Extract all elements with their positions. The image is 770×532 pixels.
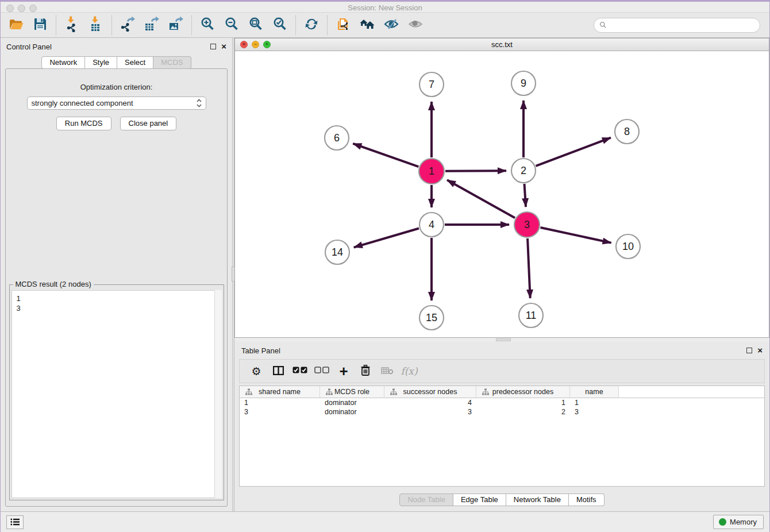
search-input[interactable]: [610, 21, 754, 29]
graph-node-6[interactable]: 6: [325, 126, 349, 150]
refresh-layout-button[interactable]: [299, 15, 324, 36]
float-panel-icon[interactable]: [746, 348, 752, 353]
node-label: 15: [426, 312, 437, 323]
zoom-selected-button[interactable]: [268, 15, 292, 36]
edge-1-6[interactable]: [353, 144, 418, 167]
table-cell[interactable]: dominator: [320, 398, 384, 407]
run-mcds-button[interactable]: Run MCDS: [56, 117, 111, 130]
graph-node-2[interactable]: 2: [511, 159, 536, 183]
settings-gear-button[interactable]: ⚙: [247, 361, 266, 381]
show-all-button[interactable]: [403, 15, 428, 36]
column-header-predecessor-nodes[interactable]: predecessor nodes: [476, 386, 570, 398]
tab-network-table[interactable]: Network Table: [506, 494, 569, 506]
network-window-title: scc.txt: [235, 40, 769, 49]
network-canvas[interactable]: 7968124314101511: [235, 52, 769, 337]
export-table-icon: [144, 16, 160, 34]
column-header-name[interactable]: name: [570, 386, 619, 398]
graph-node-8[interactable]: 8: [615, 119, 639, 144]
search-field[interactable]: [594, 18, 760, 33]
combo-stepper-icon: [197, 99, 202, 107]
close-panel-button[interactable]: Close panel: [120, 117, 177, 130]
table-panel: Table Panel × ⚙+f(x) shared nameMCDS rol…: [234, 342, 769, 511]
import-table-button[interactable]: [84, 15, 108, 36]
graph-node-7[interactable]: 7: [419, 72, 444, 97]
tab-network[interactable]: Network: [41, 56, 85, 69]
splitter-handle[interactable]: [496, 338, 511, 341]
graph-node-10[interactable]: 10: [616, 234, 640, 259]
mcds-result-textarea[interactable]: 13: [11, 290, 222, 498]
tab-style[interactable]: Style: [85, 56, 117, 69]
table-cell[interactable]: 3: [570, 407, 619, 417]
zoom-fit-button[interactable]: [244, 15, 268, 36]
panel-splitter-horizontal[interactable]: [234, 338, 769, 342]
close-panel-icon[interactable]: ×: [757, 348, 763, 353]
graph-node-1[interactable]: 1: [419, 159, 444, 184]
save-session-button[interactable]: [28, 15, 52, 36]
add-column-button[interactable]: +: [334, 361, 353, 381]
export-image-icon: [168, 16, 184, 34]
table-cell[interactable]: 4: [384, 398, 476, 407]
network-window-titlebar[interactable]: scc.txt × − +: [235, 38, 769, 51]
graph-node-9[interactable]: 9: [511, 71, 536, 95]
table-cell[interactable]: 1: [570, 398, 619, 407]
table-cell[interactable]: 3: [240, 407, 320, 417]
column-tree-icon: [242, 388, 249, 395]
export-network-button[interactable]: [116, 15, 140, 36]
table-row[interactable]: 1dominator411: [240, 398, 764, 407]
edge-3-11[interactable]: [528, 238, 530, 298]
hide-selected-button[interactable]: [379, 15, 403, 36]
column-header-MCDS-role[interactable]: MCDS role: [320, 386, 384, 398]
memory-button[interactable]: Memory: [713, 515, 764, 529]
task-history-button[interactable]: [6, 515, 24, 529]
table-row[interactable]: 3dominator323: [240, 407, 764, 417]
graph-node-15[interactable]: 15: [419, 306, 444, 330]
table-cell[interactable]: 2: [476, 407, 570, 417]
control-panel: Control Panel × NetworkStyleSelectMCDS O…: [1, 38, 232, 511]
tab-mcds[interactable]: MCDS: [153, 56, 191, 69]
zoom-out-button[interactable]: [220, 15, 244, 36]
network-graph[interactable]: 7968124314101511: [235, 52, 769, 337]
edge-2-3[interactable]: [524, 184, 526, 207]
optimization-select-value: strongly connected component: [32, 99, 133, 107]
zoom-in-button[interactable]: [195, 15, 220, 36]
tab-edge-table[interactable]: Edge Table: [453, 494, 506, 506]
export-image-button[interactable]: [164, 15, 188, 36]
tab-motifs[interactable]: Motifs: [569, 494, 605, 506]
clone-network-button[interactable]: [331, 15, 355, 36]
split-columns-button[interactable]: [268, 361, 288, 381]
clone-network-icon: [335, 16, 351, 34]
deselect-all-checkboxes-button[interactable]: [312, 361, 332, 381]
table-cell[interactable]: 1: [476, 398, 570, 407]
delete-rows-button[interactable]: [356, 361, 375, 381]
column-tree-icon: [479, 388, 486, 395]
optimization-select[interactable]: strongly connected component: [27, 97, 206, 110]
home-view-button[interactable]: [355, 15, 379, 36]
open-file-button[interactable]: [4, 15, 28, 36]
graph-node-4[interactable]: 4: [419, 213, 444, 237]
edge-1-2[interactable]: [445, 171, 506, 171]
graph-node-14[interactable]: 14: [325, 240, 349, 264]
mcds-result-group: MCDS result (2 nodes) 13: [9, 284, 224, 500]
edge-3-10[interactable]: [540, 228, 611, 243]
tab-node-table[interactable]: Node Table: [399, 494, 453, 506]
table-cell[interactable]: 3: [384, 407, 476, 417]
graph-node-11[interactable]: 11: [519, 303, 543, 327]
export-table-button[interactable]: [140, 15, 164, 36]
mcds-result-scrollbar[interactable]: [214, 290, 222, 498]
tab-select[interactable]: Select: [117, 56, 153, 69]
edge-3-1[interactable]: [447, 180, 515, 218]
table-cell[interactable]: dominator: [320, 407, 384, 417]
column-header-successor-nodes[interactable]: successor nodes: [384, 386, 476, 398]
graph-node-3[interactable]: 3: [514, 212, 540, 237]
add-column-icon: +: [339, 363, 348, 380]
toolbar-separator: [191, 16, 192, 35]
edge-4-14[interactable]: [354, 228, 419, 247]
close-panel-icon[interactable]: ×: [221, 44, 226, 49]
node-table: shared nameMCDS rolesuccessor nodesprede…: [239, 385, 765, 487]
import-network-button[interactable]: [60, 15, 84, 36]
select-all-checkboxes-button[interactable]: [290, 361, 310, 381]
table-cell[interactable]: 1: [240, 398, 320, 407]
edge-2-8[interactable]: [536, 138, 611, 166]
column-header-shared-name[interactable]: shared name: [240, 386, 320, 398]
float-panel-icon[interactable]: [210, 44, 216, 49]
